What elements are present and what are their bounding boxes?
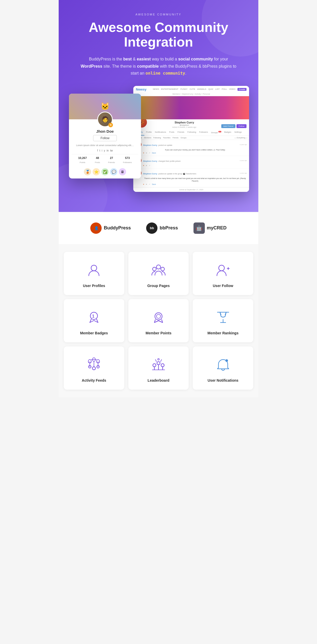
save-button-3[interactable]: Save: [152, 183, 156, 185]
tab-notifications[interactable]: Notifications: [153, 130, 168, 136]
features-grid: User Profiles Group Pages: [64, 252, 253, 390]
profile-name: Jhon Doe: [69, 129, 141, 133]
feature-label-leaderboard: Leaderboard: [134, 378, 184, 382]
stat-friends: 27 Friends: [108, 156, 115, 164]
bbpress-icon: bb: [146, 222, 157, 234]
post-text-3: There's a limit to how many times you ca…: [135, 177, 247, 182]
svg-point-11: [155, 313, 162, 320]
feature-user-profiles: User Profiles: [64, 252, 124, 295]
tab-profile[interactable]: Profile: [144, 130, 153, 136]
svg-text:👤: 👤: [94, 226, 99, 230]
feature-label-member-badges: Member Badges: [69, 331, 119, 335]
feature-activity-feeds: Activity Feeds: [64, 346, 124, 390]
subtab-everything[interactable]: — Everything —: [234, 136, 248, 139]
hero-title: Awesome Community Integration: [69, 20, 248, 49]
svg-text:1: 1: [92, 314, 94, 318]
share-button-3[interactable]: ↗: [149, 183, 150, 185]
feed-topbar: Newsy NEWSENTERTAINMENT FUNNYCUTE ANIMAL…: [133, 86, 249, 96]
svg-point-18: [88, 360, 91, 363]
hero-description: BuddyPress is the best & easiest way to …: [79, 56, 238, 77]
svg-point-25: [225, 359, 228, 362]
avatar: 🧑 ★: [97, 112, 113, 127]
like-button-3[interactable]: ♥: [143, 183, 144, 185]
subtab-following[interactable]: Following: [153, 136, 161, 139]
profile-badges: 🥉 ⭐ ✅ 💬 🖥: [69, 166, 141, 178]
bbpress-logo: bb bbPress: [146, 222, 178, 234]
feed-breadcrumb: Members > StephenCurry > Activity > Pers…: [136, 93, 246, 95]
feed-post-2: 🏀 Stephen Curry changed their profile pi…: [133, 156, 249, 168]
feed-follow-button[interactable]: Follow: [236, 124, 246, 128]
feed-screenshot: Newsy NEWSENTERTAINMENT FUNNYCUTE ANIMAL…: [133, 86, 249, 192]
subtab-favorites[interactable]: Favorites: [163, 136, 171, 139]
feed-profile-handle: @stephen: [150, 124, 219, 126]
feed-cover-image: [133, 96, 249, 119]
feature-leaderboard: Leaderboard: [128, 346, 189, 390]
profile-stats: 10,267 Points 48 Posts 27 Friends 573 Fo…: [72, 154, 138, 166]
svg-point-5: [161, 267, 164, 271]
feed-tabs: Activity Profile Notifications Posts Fri…: [133, 130, 249, 136]
share-button-2[interactable]: ↗: [149, 165, 150, 167]
feature-user-follow: User Follow: [193, 252, 253, 295]
svg-point-21: [153, 364, 156, 367]
logos-section: 👤 BuddyPress bb bbPress 🤖 myCRED: [59, 212, 258, 244]
feature-label-user-follow: User Follow: [198, 284, 248, 288]
feature-label-member-points: Member Points: [134, 331, 184, 335]
tab-settings[interactable]: Settings: [233, 130, 243, 136]
feature-member-badges: 1 Member Badges: [64, 299, 124, 342]
svg-point-4: [153, 267, 156, 271]
star-button-3[interactable]: ★: [146, 183, 147, 185]
subtab-mentions[interactable]: Mentions: [144, 136, 151, 139]
profile-bio: Lorem ipsum dolor sit amet consectetur a…: [69, 144, 141, 147]
feature-label-user-profiles: User Profiles: [69, 284, 119, 288]
svg-point-2: [91, 265, 97, 271]
screenshots-area: 🐱 🧑 ★ Jhon Doe Follow Lorem ipsum dolor …: [69, 86, 249, 196]
star-button[interactable]: ★: [146, 152, 147, 154]
feed-post-1: 🏀 Stephen Curry posted an update a year …: [133, 140, 249, 156]
svg-point-23: [161, 364, 164, 367]
feed-profile-active: Active 8 months, 2 weeks ago: [150, 126, 219, 128]
feature-user-notifications: User Notifications: [193, 346, 253, 390]
feed-logo: Newsy: [136, 87, 146, 91]
stat-posts: 48 Posts: [95, 156, 100, 164]
feature-label-activity-feeds: Activity Feeds: [69, 378, 119, 382]
subtab-friends[interactable]: Friends: [172, 136, 178, 139]
stat-followers: 573 Followers: [123, 156, 132, 164]
svg-point-6: [219, 265, 224, 271]
tab-posts[interactable]: Posts: [168, 130, 176, 136]
feed-post-3: 🏀 Stephen Curry posted an update in the …: [133, 168, 249, 187]
features-section: User Profiles Group Pages: [59, 244, 258, 397]
svg-point-22: [157, 362, 160, 365]
feature-group-pages: Group Pages: [128, 252, 189, 295]
buddypress-logo: 👤 BuddyPress: [90, 222, 131, 234]
feed-subtabs: Personal Mentions Following Favorites Fr…: [133, 136, 249, 140]
svg-point-12: [156, 314, 161, 318]
like-button[interactable]: ♥: [143, 152, 144, 154]
tab-followers[interactable]: Followers: [198, 130, 209, 136]
feature-label-group-pages: Group Pages: [134, 284, 184, 288]
share-button[interactable]: ↗: [149, 152, 150, 154]
feed-nav: NEWSENTERTAINMENT FUNNYCUTE ANIMALSQUIZ …: [153, 88, 246, 91]
star-badge: ★: [108, 123, 113, 127]
tab-groups[interactable]: Groups 11: [209, 130, 223, 136]
feature-label-user-notifications: User Notifications: [198, 378, 248, 382]
buddypress-icon: 👤: [90, 222, 102, 234]
hero-subtitle: AWESOME COMMUNITY: [69, 13, 248, 16]
follow-button[interactable]: Follow: [93, 135, 117, 141]
tab-following[interactable]: Following: [186, 130, 198, 136]
feed-profile-row: 🏀 Stephen Curry @stephen Active 8 months…: [133, 119, 249, 130]
mycred-icon: 🤖: [193, 222, 205, 234]
svg-point-3: [156, 265, 161, 269]
tab-badges[interactable]: Badges: [223, 130, 233, 136]
like-button-2[interactable]: ♥: [143, 165, 144, 167]
star-button-2[interactable]: ★: [146, 165, 147, 167]
add-friend-button[interactable]: Add Friend: [221, 124, 235, 128]
feature-member-rankings: Member Rankings: [193, 299, 253, 342]
mycred-logo: 🤖 myCRED: [193, 222, 227, 234]
svg-point-19: [96, 360, 100, 363]
profile-screenshot: 🐱 🧑 ★ Jhon Doe Follow Lorem ipsum dolor …: [69, 94, 141, 178]
joined-info: Joined at September 17, 2020: [133, 187, 249, 192]
subtab-groups[interactable]: Groups: [181, 136, 187, 139]
svg-point-24: [158, 359, 159, 360]
save-button[interactable]: Save: [152, 152, 156, 154]
tab-friends[interactable]: Friends: [176, 130, 186, 136]
